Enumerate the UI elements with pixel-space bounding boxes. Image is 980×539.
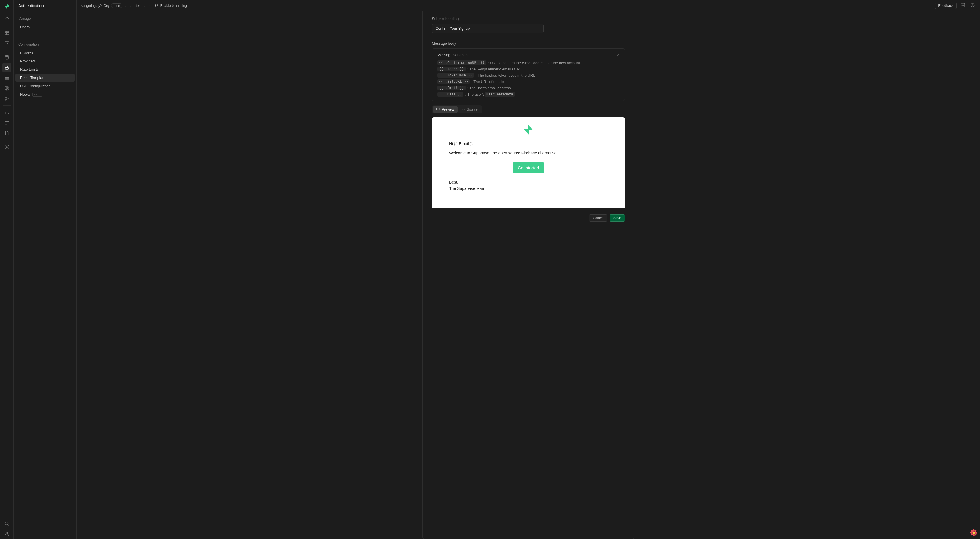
save-button[interactable]: Save xyxy=(609,214,625,222)
nav-section-configuration: Configuration xyxy=(14,37,76,49)
icon-rail xyxy=(0,0,14,539)
email-logo-icon xyxy=(449,124,608,136)
svg-point-8 xyxy=(5,522,8,525)
nav-item-label: Providers xyxy=(20,59,36,63)
nav-item-label: Users xyxy=(20,25,30,29)
tab-label: Source xyxy=(467,107,478,112)
help-icon[interactable] xyxy=(969,2,976,10)
svg-point-18 xyxy=(973,534,975,536)
tab-source[interactable]: Source xyxy=(458,106,481,113)
var-token: {{ .SiteURL }} xyxy=(438,79,470,84)
rail-edge-functions-icon[interactable] xyxy=(2,84,11,93)
svg-point-9 xyxy=(6,532,8,534)
rail-realtime-icon[interactable] xyxy=(2,94,11,103)
email-template-panel: Subject heading Message body ⤢ Message v… xyxy=(422,11,634,539)
monitor-icon xyxy=(436,107,440,112)
rail-home-icon[interactable] xyxy=(2,14,11,24)
rail-storage-icon[interactable] xyxy=(2,73,11,83)
subject-input[interactable] xyxy=(432,24,544,33)
nav-item-label: Email Templates xyxy=(20,76,47,80)
var-desc: : The hashed token used in the URL xyxy=(476,73,535,78)
rail-api-docs-icon[interactable] xyxy=(2,129,11,138)
body-label: Message body xyxy=(432,41,625,46)
nav-item-policies[interactable]: Policies xyxy=(16,49,75,57)
svg-point-12 xyxy=(157,4,158,5)
rail-auth-icon[interactable] xyxy=(2,63,11,72)
devtools-rosette-icon[interactable] xyxy=(970,529,978,537)
rail-logs-icon[interactable] xyxy=(2,118,11,128)
var-token: {{ .ConfirmationURL }} xyxy=(438,61,486,65)
var-token: {{ .Token }} xyxy=(438,67,466,71)
svg-point-6 xyxy=(5,86,9,90)
svg-rect-15 xyxy=(437,108,440,110)
chevron-updown-icon: ⇅ xyxy=(124,4,127,7)
svg-point-20 xyxy=(975,532,977,534)
cancel-button[interactable]: Cancel xyxy=(589,214,607,222)
chevron-updown-icon: ⇅ xyxy=(143,4,145,7)
svg-rect-0 xyxy=(5,31,9,35)
get-started-button[interactable]: Get started xyxy=(512,163,544,173)
svg-rect-4 xyxy=(5,76,9,77)
tab-label: Preview xyxy=(442,107,454,112)
code-icon xyxy=(461,107,465,112)
var-desc: : The URL of the site xyxy=(471,80,506,84)
svg-point-2 xyxy=(5,55,9,57)
var-token: {{ .Email }} xyxy=(438,86,466,90)
rail-search-icon[interactable] xyxy=(2,519,11,528)
enable-branching-button[interactable]: Enable branching xyxy=(154,4,187,8)
var-desc: : The 6-digit numeric email OTP xyxy=(468,67,520,71)
inbox-icon[interactable] xyxy=(959,2,966,10)
form-actions: Cancel Save xyxy=(432,214,625,222)
breadcrumb-project[interactable]: test ⇅ xyxy=(136,4,145,8)
var-token: {{ .TokenHash }} xyxy=(438,73,474,78)
rail-table-editor-icon[interactable] xyxy=(2,28,11,38)
var-row: {{ .Token }} : The 6-digit numeric email… xyxy=(438,67,619,71)
vars-title: Message variables xyxy=(438,53,619,57)
rail-sql-editor-icon[interactable] xyxy=(2,39,11,48)
var-desc: : The user's email address xyxy=(468,86,511,90)
nav-item-url-configuration[interactable]: URL Configuration xyxy=(16,82,75,90)
supabase-logo-icon[interactable] xyxy=(3,3,10,10)
svg-point-11 xyxy=(155,6,156,7)
rail-database-icon[interactable] xyxy=(2,53,11,62)
nav-item-users[interactable]: Users xyxy=(16,23,75,31)
var-row: {{ .SiteURL }} : The URL of the site xyxy=(438,79,619,84)
breadcrumb-org[interactable]: kangmingtay's Org Free ⇅ xyxy=(81,3,127,8)
branch-icon xyxy=(154,4,159,8)
var-row: {{ .Data }} : The user's user_metadata xyxy=(438,92,619,97)
nav-item-label: Policies xyxy=(20,51,33,55)
rail-user-icon[interactable] xyxy=(2,529,11,538)
svg-point-7 xyxy=(6,147,8,148)
breadcrumb-separator: ／ xyxy=(129,3,133,8)
nav-item-providers[interactable]: Providers xyxy=(16,57,75,65)
preview-source-tabs: Preview Source xyxy=(432,105,482,113)
tab-preview[interactable]: Preview xyxy=(433,106,458,113)
nav-item-hooks[interactable]: Hooks BETA xyxy=(16,91,75,98)
rail-settings-icon[interactable] xyxy=(2,143,11,152)
org-name: kangmingtay's Org xyxy=(81,4,109,8)
svg-point-17 xyxy=(973,529,975,531)
topbar: kangmingtay's Org Free ⇅ ／ test ⇅ ／ Enab… xyxy=(77,0,980,11)
project-name: test xyxy=(136,4,141,8)
svg-point-19 xyxy=(970,532,972,534)
var-desc: : The user's xyxy=(465,92,484,97)
nav-item-email-templates[interactable]: Email Templates xyxy=(16,74,75,81)
email-preview: Hi {{ .Email }}, Welcome to Supabase, th… xyxy=(432,117,625,209)
feedback-button[interactable]: Feedback xyxy=(935,3,956,9)
nav-item-rate-limits[interactable]: Rate Limits xyxy=(16,65,75,73)
svg-rect-3 xyxy=(5,67,8,69)
subject-label: Subject heading xyxy=(432,17,625,21)
svg-point-14 xyxy=(972,6,973,6)
side-nav: Authentication Manage Users Configuratio… xyxy=(14,0,77,539)
plan-badge: Free xyxy=(111,3,123,8)
collapse-icon[interactable]: ⤢ xyxy=(616,53,619,57)
svg-rect-1 xyxy=(5,41,9,45)
nav-item-label: Rate Limits xyxy=(20,67,39,72)
breadcrumb-separator: ／ xyxy=(148,3,152,8)
nav-section-manage: Manage xyxy=(14,11,76,23)
email-greeting: Hi {{ .Email }}, xyxy=(449,141,608,147)
rail-reports-icon[interactable] xyxy=(2,108,11,117)
email-intro: Welcome to Supabase, the open source Fir… xyxy=(449,150,608,156)
page-title: Authentication xyxy=(14,0,76,11)
var-token: {{ .Data }} xyxy=(438,92,463,97)
